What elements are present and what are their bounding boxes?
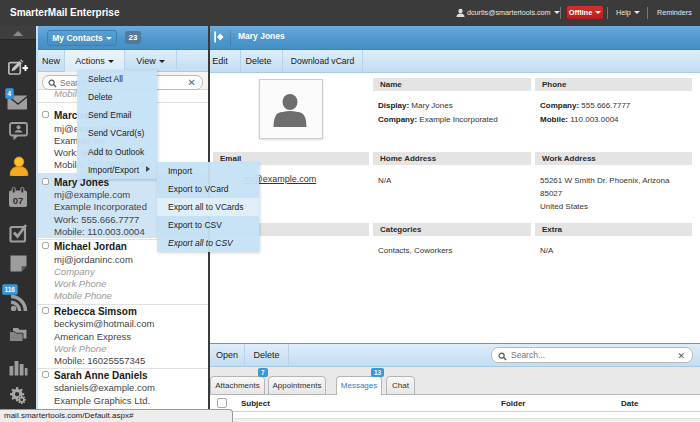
svg-text:07: 07 (13, 195, 24, 206)
